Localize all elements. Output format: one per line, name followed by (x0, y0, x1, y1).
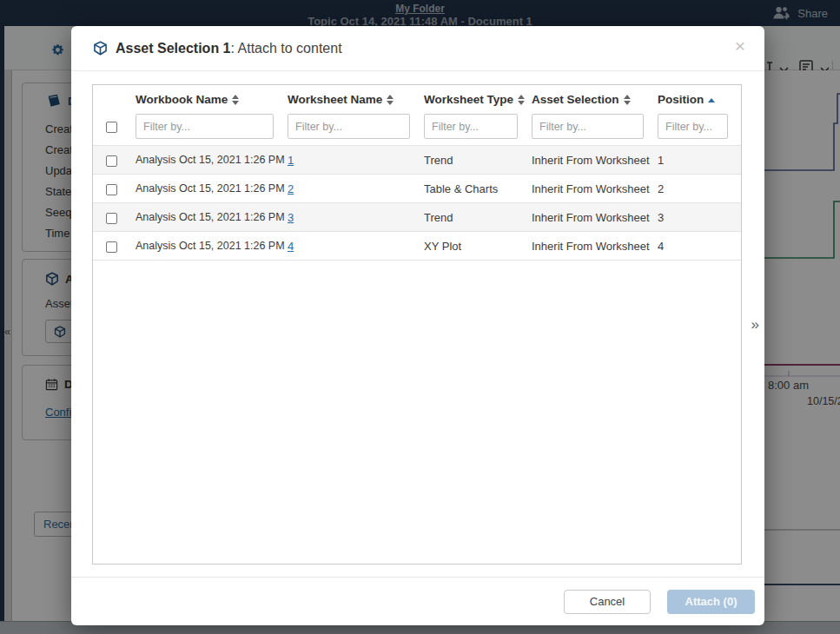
asset-selection-cell: Inherit From Worksheet (532, 203, 658, 232)
asset-selection-cell: Inherit From Worksheet (532, 146, 658, 175)
modal-footer: Cancel Attach (0) (71, 577, 764, 625)
asset-selection-cell: Inherit From Worksheet (532, 232, 658, 261)
worksheet-table-container: Workbook Name Worksheet Name Worksheet T… (92, 84, 742, 565)
sort-icon (624, 95, 631, 105)
asset-selection-cell: Inherit From Worksheet (532, 175, 658, 203)
select-all-checkbox[interactable] (106, 122, 117, 133)
table-row[interactable]: Analysis Oct 15, 2021 1:26 PM 2 Table & … (93, 175, 742, 203)
workbook-name-cell: Analysis Oct 15, 2021 1:26 PM (136, 203, 288, 232)
worksheet-name-link[interactable]: 2 (288, 182, 294, 195)
row-checkbox[interactable] (106, 184, 117, 195)
modal-header: Asset Selection 1: Attach to content × (71, 26, 764, 71)
row-checkbox[interactable] (106, 213, 117, 224)
screen: My Folder Share Topic Oct 14, 2021 11:48… (0, 0, 840, 634)
expand-panel-chevron[interactable]: » (751, 316, 759, 334)
cube-icon (93, 41, 108, 56)
table-row[interactable]: Analysis Oct 15, 2021 1:26 PM 1 Trend In… (93, 146, 742, 175)
worksheet-table: Workbook Name Worksheet Name Worksheet T… (93, 85, 742, 261)
attach-button[interactable]: Attach (0) (667, 590, 755, 614)
col-workbook-name[interactable]: Workbook Name (136, 85, 288, 114)
cancel-button[interactable]: Cancel (564, 590, 651, 614)
sort-icon (518, 95, 525, 105)
worksheet-type-cell: XY Plot (424, 232, 532, 261)
worksheet-type-cell: Table & Charts (424, 175, 532, 203)
modal-title: Asset Selection 1: Attach to content (116, 41, 342, 56)
filter-row (93, 114, 742, 146)
workbook-name-cell: Analysis Oct 15, 2021 1:26 PM (136, 175, 288, 203)
worksheet-type-cell: Trend (424, 146, 532, 175)
position-cell: 3 (658, 203, 742, 232)
attach-to-content-modal: Asset Selection 1: Attach to content × W… (71, 26, 764, 625)
col-worksheet-type[interactable]: Worksheet Type (424, 85, 532, 114)
filter-position-input[interactable] (658, 114, 728, 139)
row-checkbox[interactable] (106, 241, 117, 253)
position-cell: 2 (658, 175, 742, 203)
position-cell: 4 (658, 232, 742, 261)
filter-worksheet-input[interactable] (288, 114, 410, 139)
table-row[interactable]: Analysis Oct 15, 2021 1:26 PM 3 Trend In… (93, 203, 742, 232)
worksheet-name-link[interactable]: 4 (288, 240, 294, 253)
worksheet-type-cell: Trend (424, 203, 532, 232)
col-position[interactable]: Position (658, 85, 742, 114)
sort-asc-icon (708, 98, 715, 102)
sort-icon (387, 95, 394, 105)
sort-icon (232, 95, 239, 105)
col-worksheet-name[interactable]: Worksheet Name (288, 85, 424, 114)
row-checkbox[interactable] (106, 155, 117, 167)
filter-asset-input[interactable] (532, 114, 644, 139)
table-row[interactable]: Analysis Oct 15, 2021 1:26 PM 4 XY Plot … (93, 232, 742, 261)
close-icon[interactable]: × (735, 36, 745, 55)
worksheet-name-link[interactable]: 1 (288, 154, 294, 167)
workbook-name-cell: Analysis Oct 15, 2021 1:26 PM (136, 232, 288, 261)
table-header-row: Workbook Name Worksheet Name Worksheet T… (93, 85, 742, 114)
workbook-name-cell: Analysis Oct 15, 2021 1:26 PM (136, 146, 288, 175)
worksheet-name-link[interactable]: 3 (288, 211, 294, 224)
position-cell: 1 (658, 146, 742, 175)
filter-workbook-input[interactable] (136, 114, 274, 139)
filter-type-input[interactable] (424, 114, 518, 139)
col-asset-selection[interactable]: Asset Selection (532, 85, 658, 114)
